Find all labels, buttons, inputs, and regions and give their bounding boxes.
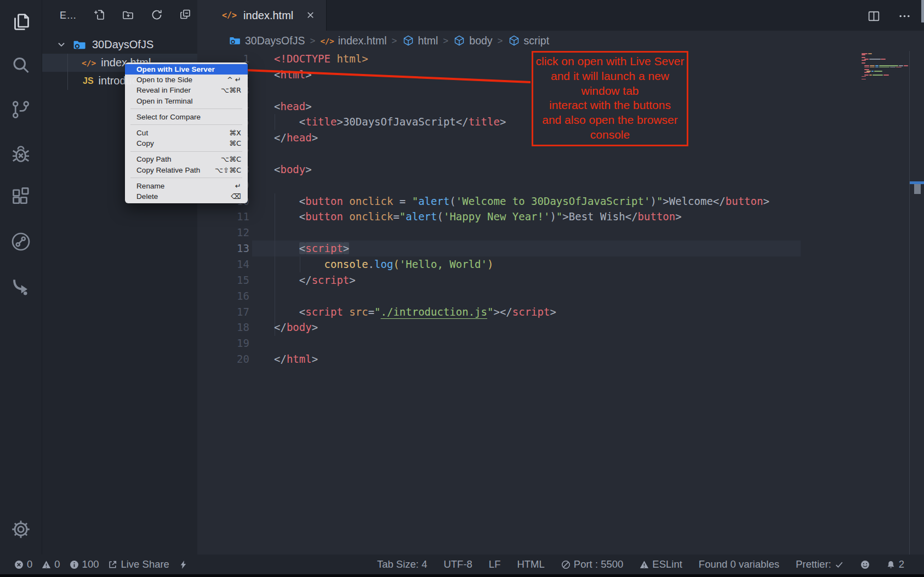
folder-icon [73,38,87,52]
cube-icon [453,35,469,47]
bell-icon [886,560,896,569]
scrollbar-thumb[interactable] [914,184,921,194]
error-icon [14,560,24,569]
annotation-box: click on open with Live Severand it will… [532,51,688,146]
menu-item-copy[interactable]: Copy⌘C [125,138,248,148]
explorer-title: E… [60,10,77,21]
window-bottom-edge [0,574,924,577]
run-debug-icon[interactable] [0,139,42,169]
share-arrow-icon[interactable] [0,270,42,301]
menu-item-copy-path[interactable]: Copy Path⌥⌘C [125,154,248,164]
folder-row-30daysofjs[interactable]: 30DaysOfJS [42,35,198,54]
live-share-circle-icon[interactable] [0,226,42,257]
line-text [249,335,274,351]
line-text: console.log('Hello, World') [249,256,493,272]
status-item-live-share[interactable]: Live Share [108,558,169,570]
status-item-2[interactable]: 2 [886,558,904,570]
menu-separator [130,151,242,152]
status-item-html[interactable]: HTML [517,558,544,570]
status-item-prettier-[interactable]: Prettier: [796,558,844,570]
status-bar: 00100Live Share Tab Size: 4UTF-8LFHTMLPo… [0,555,924,574]
html-file-icon: </> [222,10,237,20]
code-line-16: 16 [197,288,924,304]
tab-label: index.html [243,9,293,22]
refresh-icon[interactable] [150,8,164,22]
code-line-8: 8<body> [197,162,924,178]
breadcrumb-30DaysOfJS[interactable]: 30DaysOfJS [229,35,305,47]
line-text [249,178,274,193]
export-icon [108,560,117,569]
line-text: <!DOCTYPE html> [249,51,368,67]
status-item-utf-8[interactable]: UTF-8 [443,558,472,570]
breadcrumb-label: 30DaysOfJS [245,35,305,47]
status-item-found-0-variables[interactable]: Found 0 variables [699,558,779,570]
menu-item-open-in-terminal[interactable]: Open in Terminal [125,96,248,106]
menu-item-reveal-in-finder[interactable]: Reveal in Finder⌥⌘R [125,85,248,95]
explorer-actions [93,8,193,22]
status-item-lf[interactable]: LF [489,558,501,570]
menu-item-rename[interactable]: Rename↵ [125,181,248,191]
line-number: 18 [197,319,249,335]
tab-index-html[interactable]: </> index.html [197,0,327,31]
minimap[interactable] [862,53,908,83]
line-text: <button onclick = "alert('Welcome to 30D… [249,193,769,209]
annotation-line: and also open the browser [533,113,687,128]
status-item-tab-size-4[interactable]: Tab Size: 4 [377,558,427,570]
search-icon[interactable] [0,50,42,81]
new-folder-icon[interactable] [122,8,136,22]
new-file-icon[interactable] [93,8,107,22]
menu-item-open-to-the-side[interactable]: Open to the Side^ ↵ [125,75,248,85]
code-line-20: 20</html> [197,351,924,367]
line-number: 20 [197,351,249,367]
chevron-down-icon[interactable] [56,39,66,49]
smiley-icon [860,560,870,569]
menu-item-open-with-live-server[interactable]: Open with Live Server [125,64,248,75]
breadcrumb-html[interactable]: html [402,35,438,47]
settings-gear-icon[interactable] [0,514,42,545]
html-file-icon: </> [320,37,334,45]
indent-guide [67,54,68,90]
status-item-0[interactable]: 0 [14,558,32,570]
status-item-port-5500[interactable]: Port : 5500 [561,558,624,570]
breadcrumb-label: script [524,35,550,47]
code-line-10: 10 <button onclick = "alert('Welcome to … [197,193,924,209]
breadcrumb-index.html[interactable]: </>index.html [320,35,386,47]
menu-item-delete[interactable]: Delete⌫ [125,191,248,202]
line-text [249,83,274,99]
folder-icon [229,35,245,47]
js-file-icon: JS [83,76,94,86]
menu-item-cut[interactable]: Cut⌘X [125,128,248,138]
line-text: <script> [249,241,349,256]
line-text: <head> [249,99,312,115]
status-item-100[interactable]: 100 [70,558,99,570]
status-item-bolt[interactable] [179,560,188,569]
explorer-icon[interactable] [0,7,42,37]
code-line-13: 13 <script> [197,241,924,256]
line-number: 12 [197,225,249,241]
html-file-icon: </> [82,59,96,67]
window-corner-strip [921,0,924,22]
status-item-0[interactable]: 0 [42,558,60,570]
close-icon[interactable] [305,10,316,21]
code-line-18: 18</body> [197,319,924,335]
breadcrumb-body[interactable]: body [453,35,492,47]
annotation-line: console [533,128,687,142]
extensions-icon[interactable] [0,182,42,213]
breadcrumb-label: html [418,35,438,47]
collapse-all-icon[interactable] [179,8,193,22]
line-text [249,146,274,162]
breadcrumb-separator: > [498,36,503,47]
menu-item-select-for-compare[interactable]: Select for Compare [125,112,248,122]
menu-item-copy-relative-path[interactable]: Copy Relative Path⌥⇧⌘C [125,165,248,175]
status-right: Tab Size: 4UTF-8LFHTMLPort : 5500ESLintF… [377,558,924,570]
source-control-icon[interactable] [0,94,42,125]
breadcrumb-script[interactable]: script [508,35,550,47]
menu-separator [130,178,242,178]
status-item-smiley[interactable] [860,560,870,569]
line-text: <script src="./introduction.js"></script… [249,304,556,320]
breadcrumb-separator: > [392,36,397,47]
split-editor-icon[interactable] [867,9,881,24]
more-actions-icon[interactable] [898,9,912,24]
status-item-eslint[interactable]: ESLint [640,558,682,570]
cube-icon [508,35,524,47]
